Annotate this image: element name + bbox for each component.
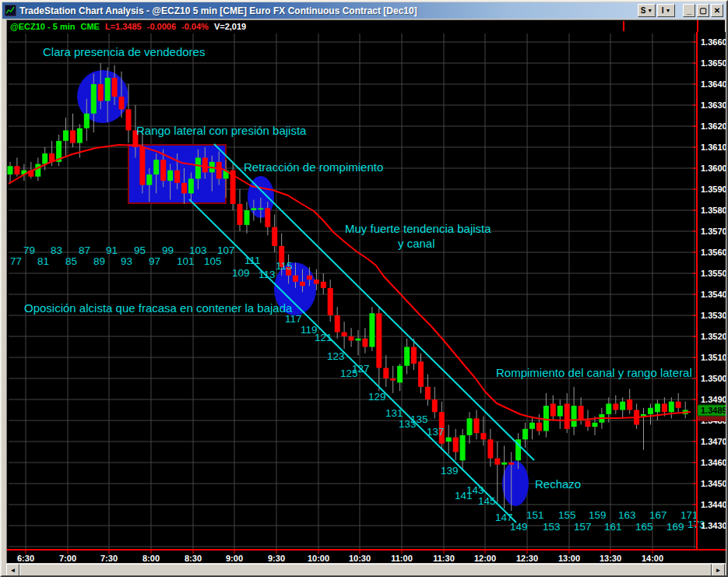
svg-text:1.3485: 1.3485 [701,406,726,415]
scroll-left-arrow-icon[interactable]: ◄ [6,564,19,577]
minimize-icon: _ [687,6,691,15]
svg-text:111: 111 [244,255,261,266]
chevron-down-icon: ▼ [665,8,670,13]
svg-text:1.3530: 1.3530 [701,311,726,320]
chart-annotation: Rango lateral con presión bajista [136,124,307,137]
svg-text:93: 93 [121,255,132,267]
svg-text:10:00: 10:00 [308,554,329,563]
indicator-dropdown-button[interactable]: I ▼ [657,4,675,17]
volume-readout: V=2,019 [214,22,246,31]
scroll-right-arrow-icon[interactable]: ► [712,564,725,577]
exchange-label: CME [80,22,99,31]
indicator-dropdown-label: I [662,6,664,15]
svg-text:163: 163 [618,509,636,521]
last-price-readout: L=1.3485 [105,22,142,31]
svg-text:161: 161 [604,521,622,533]
title-bar[interactable]: TradeStation Chart Analysis - @ECZ10 5 m… [2,2,726,19]
svg-text:135: 135 [410,413,428,425]
svg-text:1.3610: 1.3610 [701,142,726,152]
svg-text:1.3540: 1.3540 [701,290,726,299]
scrollbar-thumb[interactable] [19,564,712,577]
svg-text:1.3490: 1.3490 [701,395,726,404]
svg-text:99: 99 [162,245,174,256]
svg-text:8:00: 8:00 [142,554,160,563]
svg-text:151: 151 [526,509,544,521]
svg-text:1.3560: 1.3560 [701,248,726,257]
chart-svg[interactable]: 7779818385878991939597991011031051071091… [7,32,726,563]
chart-annotation: Oposición alcista que fracasa en contene… [24,301,293,315]
svg-text:113: 113 [258,269,276,280]
svg-text:77: 77 [10,255,22,267]
svg-text:105: 105 [204,255,222,267]
svg-text:157: 157 [574,521,592,533]
svg-text:12:00: 12:00 [474,554,496,563]
price-chart-canvas[interactable]: 7779818385878991939597991011031051071091… [7,32,726,563]
svg-text:1.3620: 1.3620 [701,121,726,131]
svg-text:121: 121 [315,332,332,343]
svg-text:145: 145 [478,495,496,507]
svg-text:143: 143 [466,484,484,496]
chart-annotation: Retracción de rompimiento [244,160,383,174]
app-icon-glyph [6,6,15,15]
maximize-button[interactable]: ▢ [697,4,709,17]
svg-text:115: 115 [276,260,293,272]
chevron-down-icon: ▼ [647,8,652,13]
svg-text:1.3440: 1.3440 [701,500,726,509]
svg-text:169: 169 [666,521,684,533]
svg-text:1.3570: 1.3570 [701,227,726,236]
minimize-button[interactable]: _ [683,4,695,17]
svg-text:79: 79 [23,245,35,256]
svg-text:149: 149 [510,521,528,533]
svg-text:123: 123 [327,350,345,362]
close-icon: ✕ [714,6,720,15]
svg-text:13:30: 13:30 [600,554,621,563]
svg-text:1.3520: 1.3520 [701,332,726,341]
svg-text:11:30: 11:30 [433,554,455,563]
svg-text:1.3580: 1.3580 [701,206,726,215]
chart-annotation: Muy fuerte tendencia bajista [345,222,491,235]
last-price-badge: 1.3485 [698,405,726,416]
svg-text:159: 159 [589,509,607,521]
tradestation-window: TradeStation Chart Analysis - @ECZ10 5 m… [0,0,728,577]
svg-text:8:30: 8:30 [185,554,202,563]
svg-text:153: 153 [543,521,561,533]
svg-text:1.3430: 1.3430 [701,521,726,530]
svg-text:7:00: 7:00 [59,554,76,563]
chart-annotation: y canal [398,237,435,250]
rejection-ellipse [502,461,529,506]
chart-annotation: Rompimiento del canal y rango lateral [496,366,692,379]
close-button[interactable]: ✕ [711,4,723,17]
svg-text:139: 139 [441,465,459,477]
svg-text:1.3650: 1.3650 [701,58,726,68]
svg-text:1.3640: 1.3640 [701,79,726,89]
svg-text:9:30: 9:30 [268,554,285,563]
svg-text:101: 101 [177,255,195,267]
svg-text:1.3510: 1.3510 [701,353,726,362]
svg-text:127: 127 [352,363,370,375]
svg-text:95: 95 [134,245,146,256]
svg-text:137: 137 [427,426,445,438]
chart-annotation: Rechazo [535,477,581,491]
svg-text:97: 97 [149,255,160,267]
style-dropdown-button[interactable]: S ▼ [638,4,656,17]
svg-text:81: 81 [37,255,49,267]
quote-status-bar: @ECZ10 - 5 min CME L=1.3485 -0.0006 -0.0… [7,20,725,32]
svg-text:109: 109 [232,267,250,279]
app-icon [5,5,16,16]
svg-text:13:00: 13:00 [558,554,580,563]
horizontal-scrollbar[interactable]: ◄ ► [6,564,725,577]
svg-text:1.3590: 1.3590 [701,185,726,194]
svg-text:103: 103 [189,245,207,256]
svg-text:1.3600: 1.3600 [701,164,726,173]
window-title: TradeStation Chart Analysis - @ECZ10 5 m… [19,5,636,16]
session-marker-tick [623,21,624,31]
svg-text:131: 131 [385,407,403,419]
svg-text:14:00: 14:00 [642,554,663,563]
svg-text:12:30: 12:30 [516,554,538,563]
svg-text:155: 155 [558,509,576,521]
svg-text:9:00: 9:00 [226,554,243,563]
svg-text:11:00: 11:00 [391,554,413,563]
svg-text:87: 87 [79,245,90,256]
svg-text:1.3460: 1.3460 [701,458,726,467]
svg-text:1.3500: 1.3500 [701,374,726,383]
